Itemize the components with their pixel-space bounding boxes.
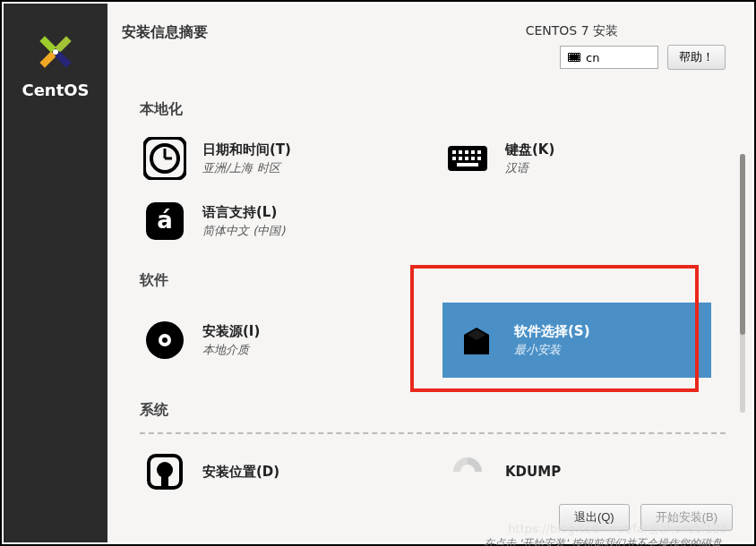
svg-rect-13 xyxy=(471,150,475,154)
keyboard-mini-icon xyxy=(568,53,580,62)
page-title: 安装信息摘要 xyxy=(122,23,208,70)
spoke-kdump-title: KDUMP xyxy=(505,464,561,480)
spoke-installsource[interactable]: 安装源(I) 本地介质 xyxy=(140,303,399,378)
svg-rect-20 xyxy=(457,163,478,166)
watermark: https://blog.csdn.net/far@zhensbi123 xyxy=(508,522,727,535)
disc-icon xyxy=(143,319,186,362)
svg-rect-16 xyxy=(459,157,462,160)
svg-rect-19 xyxy=(477,157,481,160)
clock-icon xyxy=(143,137,186,180)
svg-point-25 xyxy=(162,337,168,343)
svg-rect-18 xyxy=(471,157,475,160)
footer-note: 在点击 '开始安装' 按钮前我们并不会操作您的磁盘。 xyxy=(107,534,752,546)
section-localization-title: 本地化 xyxy=(140,100,726,119)
spoke-destination-title: 安装位置(D) xyxy=(202,464,279,481)
svg-rect-14 xyxy=(477,150,481,154)
spoke-datetime[interactable]: 日期和时间(T) 亚洲/上海 时区 xyxy=(140,132,399,185)
scrollbar[interactable] xyxy=(740,154,745,413)
section-software-title: 软件 xyxy=(140,271,726,290)
svg-text:á: á xyxy=(157,207,173,234)
package-icon xyxy=(455,319,498,362)
svg-rect-17 xyxy=(465,157,468,160)
svg-rect-12 xyxy=(465,150,468,154)
spoke-language-title: 语言支持(L) xyxy=(202,204,285,221)
svg-rect-15 xyxy=(452,157,456,160)
keyboard-icon xyxy=(446,137,489,180)
spoke-language[interactable]: á 语言支持(L) 简体中文 (中国) xyxy=(140,194,399,248)
brand-text: CentOS xyxy=(21,81,89,99)
sidebar: CentOS xyxy=(4,4,107,542)
spoke-keyboard-sub: 汉语 xyxy=(505,160,554,176)
help-button[interactable]: 帮助！ xyxy=(667,45,726,70)
language-icon: á xyxy=(143,200,186,243)
spoke-destination[interactable]: 安装位置(D) xyxy=(140,445,399,499)
spoke-installsource-title: 安装源(I) xyxy=(202,323,260,340)
spoke-kdump[interactable]: KDUMP xyxy=(442,445,702,499)
kdump-icon xyxy=(446,450,489,493)
svg-rect-10 xyxy=(452,150,456,154)
keyboard-layout-input[interactable]: cn xyxy=(560,46,658,69)
harddrive-icon xyxy=(143,450,186,493)
spoke-keyboard-title: 键盘(K) xyxy=(505,141,554,158)
topbar: 安装信息摘要 CENTOS 7 安装 cn 帮助！ xyxy=(107,4,752,73)
svg-point-27 xyxy=(157,462,173,478)
centos-logo-icon xyxy=(34,30,77,73)
spoke-software-selection[interactable]: 软件选择(S) 最小安装 xyxy=(442,303,711,378)
spoke-keyboard[interactable]: 键盘(K) 汉语 xyxy=(442,132,702,185)
spoke-software-selection-title: 软件选择(S) xyxy=(514,323,590,340)
svg-point-4 xyxy=(53,49,58,55)
spoke-software-selection-sub: 最小安装 xyxy=(514,342,590,358)
svg-rect-11 xyxy=(459,150,462,154)
scrollbar-thumb[interactable] xyxy=(740,154,745,335)
spoke-installsource-sub: 本地介质 xyxy=(202,342,260,358)
spoke-datetime-title: 日期和时间(T) xyxy=(202,141,291,158)
spoke-language-sub: 简体中文 (中国) xyxy=(202,223,285,239)
svg-rect-28 xyxy=(161,477,168,486)
product-label: CENTOS 7 安装 xyxy=(526,23,726,39)
section-system-title: 系统 xyxy=(140,401,726,420)
keyboard-layout-value: cn xyxy=(586,51,599,64)
spoke-datetime-sub: 亚洲/上海 时区 xyxy=(202,160,291,176)
